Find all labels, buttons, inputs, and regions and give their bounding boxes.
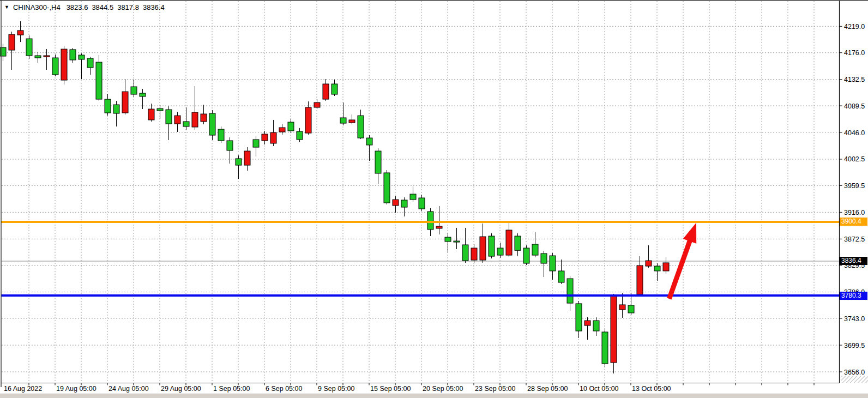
candle-up — [35, 56, 41, 58]
price-tick-label: 4089.5 — [844, 102, 865, 110]
candle-down — [305, 107, 311, 133]
price-tick-label: 4176.0 — [844, 49, 865, 57]
price-tick-label: 3743.0 — [844, 315, 865, 323]
candle-up — [227, 141, 233, 150]
candle-down — [122, 92, 128, 113]
candles-series — [0, 21, 669, 373]
candle-up — [593, 321, 599, 331]
price-axis[interactable]: 4219.04176.04132.54089.54046.04002.53959… — [840, 23, 865, 376]
candle-up — [340, 118, 346, 123]
candle-up — [384, 173, 390, 203]
current-price-badge: 3836.4 — [840, 257, 867, 265]
time-tick-label: 28 Sep 05:00 — [527, 385, 568, 393]
time-tick-label: 19 Aug 05:00 — [56, 385, 97, 393]
time-tick-label: 20 Sep 05:00 — [423, 385, 463, 393]
price-tick-label: 4046.0 — [844, 129, 865, 137]
candle-up — [113, 105, 119, 113]
candle-down — [619, 305, 625, 310]
candle-down — [270, 132, 276, 143]
candle-up — [218, 129, 224, 141]
price-tick-label: 3916.0 — [844, 209, 865, 216]
candle-down — [480, 237, 486, 260]
chart-window: 4219.04176.04132.54089.54046.04002.53959… — [0, 0, 868, 398]
candle-up — [401, 200, 407, 207]
time-tick-label: 1 Sep 05:00 — [213, 385, 250, 393]
time-tick-label: 16 Aug 2022 — [4, 385, 42, 393]
candle-up — [523, 248, 529, 263]
candle-down — [611, 296, 617, 363]
price-tick-label: 4002.5 — [844, 155, 865, 163]
gridlines — [2, 1, 839, 383]
support-price-badge: 3780.3 — [840, 292, 867, 300]
candle-up — [26, 39, 32, 56]
price-tick-label: 3872.5 — [844, 236, 865, 243]
ohlc-open: 3823.6 — [67, 3, 88, 11]
candle-down — [192, 112, 198, 127]
candle-up — [288, 122, 294, 131]
time-tick-label: 29 Aug 05:00 — [161, 385, 201, 393]
candle-down — [262, 134, 268, 141]
candle-down — [314, 102, 320, 107]
candle-up — [253, 140, 259, 147]
candle-up — [445, 237, 451, 242]
time-tick-label: 13 Oct 05:00 — [632, 385, 671, 393]
time-tick-label: 24 Aug 05:00 — [108, 385, 149, 393]
candle-up — [550, 256, 556, 271]
candle-down — [349, 120, 355, 123]
candle-up — [131, 87, 137, 94]
candle-down — [584, 321, 590, 325]
candle-down — [61, 49, 67, 80]
candle-up — [515, 236, 521, 250]
plot-area[interactable]: 4219.04176.04132.54089.54046.04002.53959… — [0, 0, 868, 398]
candle-down — [393, 200, 399, 206]
trend-arrow-head[interactable] — [683, 222, 696, 243]
candle-up — [79, 55, 85, 59]
candle-up — [558, 271, 564, 282]
candle-up — [183, 122, 189, 126]
candle-up — [87, 58, 93, 68]
candle-up — [427, 212, 433, 230]
time-tick-label: 6 Sep 05:00 — [266, 385, 302, 393]
candle-up — [628, 305, 634, 313]
candle-down — [9, 34, 15, 50]
candle-up — [236, 159, 242, 165]
candle-up — [358, 116, 364, 138]
candle-up — [602, 332, 608, 364]
candle-down — [44, 56, 50, 57]
candle-up — [497, 248, 503, 255]
symbol-dropdown-icon[interactable]: ▼ — [4, 5, 9, 10]
candle-down — [646, 261, 652, 266]
candle-up — [576, 304, 582, 331]
candle-up — [140, 93, 146, 97]
candle-down — [471, 248, 477, 260]
candle-up — [96, 62, 102, 99]
candle-down — [506, 230, 512, 255]
trend-arrow-shaft[interactable] — [669, 237, 691, 299]
candle-up — [489, 236, 495, 256]
candle-down — [174, 116, 180, 124]
time-axis[interactable]: 16 Aug 202219 Aug 05:0024 Aug 05:0029 Au… — [4, 383, 814, 393]
candle-down — [663, 263, 669, 271]
price-tick-label: 3699.5 — [844, 342, 865, 349]
candle-down — [17, 31, 23, 35]
ohlc-close: 3836.4 — [143, 3, 165, 11]
price-tick-label: 4219.0 — [844, 23, 865, 31]
candle-up — [52, 58, 58, 75]
price-tick-label: 3959.5 — [844, 182, 865, 190]
candle-up — [462, 245, 468, 261]
candle-up — [419, 198, 425, 209]
candle-up — [532, 244, 538, 255]
candle-up — [297, 131, 303, 140]
candle-down — [323, 84, 329, 99]
bottom-window-strip — [0, 394, 868, 398]
candle-down — [436, 226, 442, 228]
candle-up — [375, 151, 381, 173]
symbol-title: CHINA300-,H4 — [13, 3, 61, 11]
time-tick-label: 15 Sep 05:00 — [370, 385, 411, 393]
candle-up — [209, 113, 215, 135]
candle-up — [541, 254, 547, 263]
candle-up — [654, 266, 660, 271]
candle-up — [454, 241, 460, 242]
candle-down — [201, 114, 207, 122]
time-tick-label: 23 Sep 05:00 — [475, 385, 515, 393]
